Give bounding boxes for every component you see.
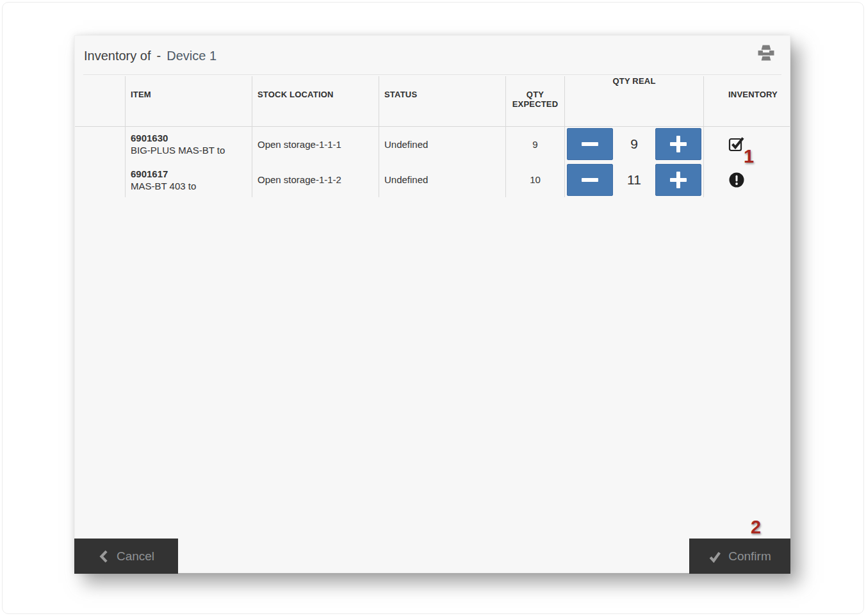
qty-real-value: 11 bbox=[613, 172, 655, 188]
item-description: MAS-BT 403 to bbox=[131, 180, 196, 192]
table-row-2-inventory-cell bbox=[703, 162, 791, 197]
increment-button[interactable] bbox=[655, 128, 701, 160]
item-code: 6901630 bbox=[131, 132, 225, 144]
column-header-status: STATUS bbox=[379, 76, 505, 126]
qty-real-value: 9 bbox=[613, 136, 655, 152]
minus-icon bbox=[582, 142, 598, 146]
exclamation-circle-icon[interactable] bbox=[728, 172, 745, 188]
decrement-button[interactable] bbox=[567, 128, 613, 160]
inventory-dialog: Inventory of-Device 1 ITEM STOCK LOCATIO… bbox=[74, 35, 790, 573]
page-title-separator: - bbox=[157, 49, 161, 63]
title-divider bbox=[83, 74, 781, 75]
table-row-1-stock-location: Open storage-1-1-1 bbox=[252, 126, 379, 162]
column-header-item: ITEM bbox=[125, 76, 252, 126]
cancel-button[interactable]: Cancel bbox=[74, 539, 178, 574]
column-header-inventory: INVENTORY bbox=[703, 76, 791, 126]
confirm-button[interactable]: Confirm bbox=[689, 539, 790, 574]
table-row-1-qty-expected: 9 bbox=[505, 126, 564, 162]
decrement-button[interactable] bbox=[567, 164, 613, 196]
checkbox-checked-icon[interactable] bbox=[728, 136, 745, 152]
annotation-marker-2: 2 bbox=[751, 517, 761, 538]
increment-button[interactable] bbox=[655, 164, 701, 196]
table-row-2-select-cell bbox=[75, 162, 125, 197]
table-row-1-item-cell: 6901630 BIG-PLUS MAS-BT to bbox=[125, 126, 252, 162]
item-code: 6901617 bbox=[131, 168, 196, 180]
page-title-main: Inventory of bbox=[84, 49, 151, 63]
table-row-2-qty-expected: 10 bbox=[505, 162, 564, 197]
table-row-1-qty-real-stepper: 9 bbox=[564, 126, 703, 162]
annotation-marker-1: 1 bbox=[744, 146, 754, 167]
page-title: Inventory of-Device 1 bbox=[84, 49, 216, 63]
column-header-qty-expected: QTY EXPECTED bbox=[505, 76, 564, 126]
page-title-device: Device 1 bbox=[167, 49, 216, 63]
item-description: BIG-PLUS MAS-BT to bbox=[131, 144, 225, 156]
table-row-2-stock-location: Open storage-1-1-2 bbox=[252, 162, 379, 197]
chevron-left-icon bbox=[98, 550, 110, 563]
cancel-button-label: Cancel bbox=[117, 549, 154, 563]
check-icon bbox=[708, 550, 721, 563]
column-header-stock-location: STOCK LOCATION bbox=[252, 76, 379, 126]
minus-icon bbox=[582, 178, 598, 182]
print-icon[interactable] bbox=[755, 43, 777, 65]
column-header-empty bbox=[75, 76, 125, 126]
table-row-2-item-cell: 6901617 MAS-BT 403 to bbox=[125, 162, 252, 197]
column-header-qty-real: QTY REAL bbox=[564, 76, 703, 126]
table-row-1-status: Undefined bbox=[379, 126, 505, 162]
table-row-2-qty-real-stepper: 11 bbox=[564, 162, 703, 197]
table-row-2-status: Undefined bbox=[379, 162, 505, 197]
plus-icon bbox=[670, 136, 687, 152]
confirm-button-label: Confirm bbox=[728, 549, 771, 563]
table-row-1-select-cell bbox=[75, 126, 125, 162]
plus-icon bbox=[670, 172, 687, 188]
